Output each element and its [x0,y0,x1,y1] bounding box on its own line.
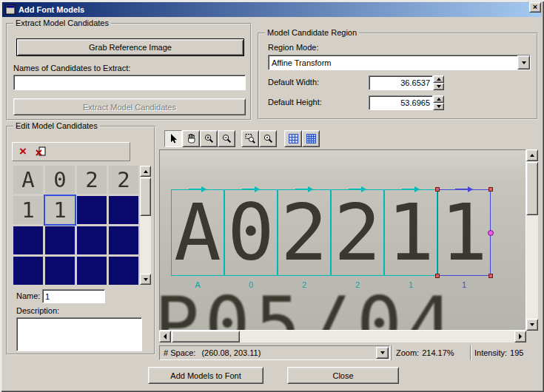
zoom-fit-icon [263,133,274,144]
name-label: Name: [16,291,40,300]
add-font-models-dialog: Add Font Models × Extract Model Candidat… [0,0,544,392]
description-textarea[interactable] [16,317,142,351]
titlebar[interactable]: Add Font Models [2,2,542,17]
character-glyph: 2 [334,194,381,272]
pan-tool-button[interactable] [182,130,200,147]
zoom-in-button[interactable] [200,130,218,147]
region-mode-select[interactable]: Affine Transform [268,55,531,70]
region-label: 2 [331,280,384,289]
extract-button-label: Extract Model Candidates [83,103,176,112]
candidate-cell[interactable]: 2 [77,166,107,194]
description-label: Description: [16,306,59,315]
candidate-glyph: 1 [53,197,66,223]
model-region-4[interactable]: 2 [331,189,384,276]
scrollbar-thumb[interactable] [526,162,538,215]
intensity-status: Intensity: 195 [470,345,538,360]
pointer-tool-button[interactable] [164,130,182,147]
region-mode-value: Affine Transform [269,58,517,67]
scroll-left-icon[interactable] [159,331,171,342]
grid-cells-icon [306,134,316,143]
close-icon[interactable]: × [529,2,541,13]
candidate-cell-empty[interactable] [13,257,43,285]
spin-down-icon[interactable] [433,103,444,110]
model-region-3[interactable]: 2 [278,189,331,276]
candidate-grid-scrollbar[interactable] [140,166,151,285]
scrollbar-thumb[interactable] [140,178,151,216]
extract-candidates-button[interactable]: Extract Model Candidates [13,98,246,115]
zoom-region-button[interactable] [241,130,259,147]
default-height-value: 53.6965 [400,98,430,107]
scroll-right-icon[interactable] [514,331,526,342]
zoom-fit-button[interactable] [259,130,277,147]
image-canvas[interactable]: P05/04 AA0022221111 [159,149,526,331]
candidate-cell[interactable]: A [13,166,43,194]
grid-lines-button[interactable] [284,130,302,147]
candidate-cell[interactable]: 2 [109,166,138,194]
resize-handle-tl[interactable] [435,187,440,192]
candidate-cell-empty[interactable] [45,226,75,254]
scroll-down-icon[interactable] [140,274,151,285]
spin-up-icon[interactable] [433,75,444,83]
character-glyph: 1 [440,194,488,272]
model-region-6[interactable]: 1 [437,189,491,276]
candidate-cell[interactable]: 0 [45,166,75,194]
space-combo[interactable]: # Space: (260.08, 203.11) [159,345,390,360]
candidate-glyph: 1 [21,197,34,223]
zoom-region-icon [245,133,256,144]
default-height-label: Default Height: [268,98,322,107]
candidate-cell-empty[interactable] [45,257,75,285]
delete-all-candidates-button[interactable] [33,143,49,160]
candidate-cell-empty[interactable] [109,257,138,285]
add-models-to-font-button[interactable]: Add Models to Font [148,367,263,384]
model-region-2[interactable]: 0 [224,189,278,276]
chevron-down-icon[interactable] [517,55,530,70]
scroll-up-icon[interactable] [140,166,151,177]
resize-handle-bl[interactable] [435,274,440,278]
model-region-1[interactable]: A [171,189,224,276]
candidate-names-input[interactable] [13,75,246,90]
close-button[interactable]: Close [287,367,399,384]
zoom-out-button[interactable] [218,130,235,147]
region-group-title: Model Candidate Region [265,28,359,37]
candidate-cell-empty[interactable] [13,226,43,254]
intensity-label: Intensity: [474,348,507,357]
candidate-cell-empty[interactable] [77,257,107,285]
delete-all-icon [35,146,47,158]
canvas-hscrollbar[interactable] [159,331,526,342]
candidate-cell-empty[interactable] [109,226,138,254]
scroll-up-icon[interactable] [526,149,538,161]
grab-reference-image-button[interactable]: Grab Reference Image [16,38,244,56]
grab-button-label: Grab Reference Image [89,43,172,52]
candidate-cell-empty[interactable] [109,196,138,224]
edit-candidates-group: Edit Model Candidates × A02211 Name: Des… [6,126,155,355]
intensity-value: 195 [510,348,523,357]
rotate-handle[interactable] [488,230,494,236]
resize-handle-br[interactable] [488,274,493,278]
space-label: # Space: [164,348,195,357]
model-region-5[interactable]: 1 [384,189,437,276]
region-mode-label: Region Mode: [268,43,319,52]
delete-candidate-button[interactable]: × [15,143,31,160]
candidate-cell-empty[interactable] [77,226,107,254]
region-label: 0 [224,280,278,289]
viewer-statusbar: # Space: (260.08, 203.11) Zoom: 214.17% … [159,345,538,360]
add-models-label: Add Models to Font [170,371,241,380]
resize-handle-tr[interactable] [488,187,493,192]
candidate-cell[interactable]: 1 [45,196,75,224]
edit-group-title: Edit Model Candidates [13,121,100,130]
grid-cells-button[interactable] [302,130,320,147]
canvas-vscrollbar[interactable] [526,149,538,331]
model-candidate-region-group: Model Candidate Region Region Mode: Affi… [258,33,538,120]
chevron-down-icon[interactable] [376,347,389,359]
default-width-input[interactable]: 36.6537 [369,75,433,90]
zoom-label: Zoom: [396,348,419,357]
scroll-down-icon[interactable] [526,319,538,331]
candidate-name-input[interactable] [42,289,105,303]
candidate-cell[interactable]: 1 [13,196,43,224]
default-height-input[interactable]: 53.6965 [369,95,433,110]
pointer-icon [168,133,179,144]
scrollbar-thumb[interactable] [172,331,240,342]
spin-up-icon[interactable] [433,95,444,103]
spin-down-icon[interactable] [433,83,444,90]
candidate-cell-empty[interactable] [77,196,107,224]
